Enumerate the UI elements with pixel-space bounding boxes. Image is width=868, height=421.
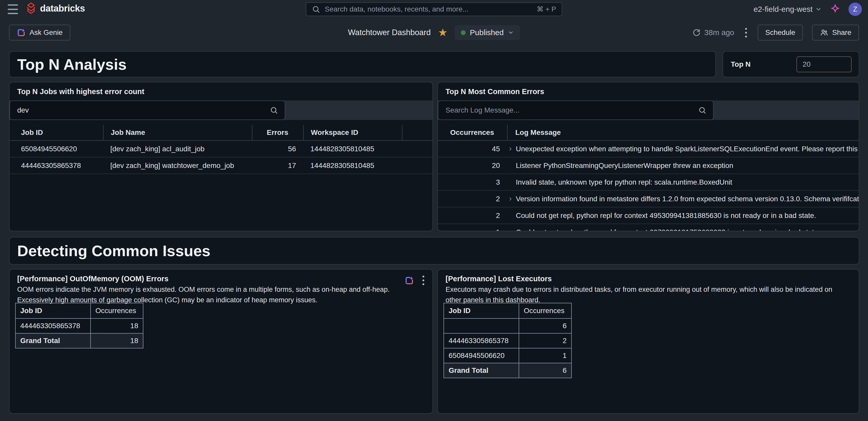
lost-executors-panel: [Performance] Lost Executors Executors m… bbox=[437, 269, 859, 414]
cell-occurrences: 18 bbox=[90, 318, 143, 333]
avatar-initial: Z bbox=[853, 5, 858, 13]
cell-occurrences: 6 bbox=[519, 318, 571, 333]
search-icon bbox=[698, 106, 706, 115]
cell-job-id: 65084945506620 bbox=[9, 145, 103, 153]
favorite-star-icon[interactable]: ★ bbox=[438, 27, 447, 38]
errors-search-input[interactable] bbox=[445, 106, 694, 115]
top-n-jobs-title: Top N Jobs with highest error count bbox=[17, 88, 145, 96]
lost-executors-title: [Performance] Lost Executors bbox=[445, 274, 552, 283]
column-header-job-name: Job Name bbox=[103, 125, 252, 140]
table-row: 1 Could not get repl, python repl for co… bbox=[438, 224, 859, 231]
jobs-search-box[interactable] bbox=[9, 100, 285, 120]
jobs-search-input[interactable] bbox=[17, 106, 266, 115]
kebab-menu-icon[interactable] bbox=[744, 26, 748, 39]
toolbar-center: Watchtower Dashboard ★ Published bbox=[348, 19, 520, 47]
common-issues-heading: Detecting Common Issues bbox=[17, 242, 211, 260]
assistant-sparkle-icon[interactable] bbox=[830, 4, 841, 15]
common-errors-panel: Top N Most Common Errors Occurrences Log… bbox=[437, 82, 859, 231]
expand-chevron-icon[interactable] bbox=[507, 146, 513, 152]
oom-panel-actions bbox=[404, 274, 426, 287]
global-search-input[interactable] bbox=[324, 5, 532, 13]
column-header-job-id: Job ID bbox=[9, 125, 103, 140]
databricks-logo[interactable]: databricks bbox=[25, 2, 85, 15]
hamburger-menu-icon[interactable] bbox=[8, 4, 18, 14]
workspace-name: e2-field-eng-west bbox=[753, 5, 813, 13]
errors-search-strip bbox=[438, 100, 859, 120]
cell-log-message: Could not get repl, python repl for cont… bbox=[507, 212, 859, 220]
errors-search-box[interactable] bbox=[438, 100, 714, 120]
share-people-icon bbox=[820, 28, 829, 37]
databricks-wordmark: databricks bbox=[40, 3, 85, 14]
search-icon bbox=[312, 5, 320, 13]
oom-description: OOM errors indicate the JVM memory is ex… bbox=[17, 284, 390, 305]
share-button[interactable]: Share bbox=[812, 25, 859, 40]
global-search[interactable]: ⌘ + P bbox=[306, 2, 562, 16]
column-header-occurrences: Occurrences bbox=[438, 125, 507, 140]
table-row: 65084945506620 [dev zach_king] acl_audit… bbox=[9, 141, 432, 157]
share-label: Share bbox=[832, 29, 851, 37]
top-n-input[interactable] bbox=[797, 56, 851, 72]
chevron-down-icon bbox=[508, 30, 514, 36]
oom-table: Job ID Occurrences 444463305865378 18 Gr… bbox=[15, 303, 144, 349]
cell-workspace-id: 1444828305810485 bbox=[303, 145, 402, 153]
cell-log-message: Listener PythonStreamingQueryListenerWra… bbox=[507, 162, 859, 170]
expand-chevron-icon[interactable] bbox=[507, 196, 513, 202]
grand-total-label: Grand Total bbox=[16, 333, 90, 348]
jobs-table: Job ID Job Name Errors Workspace ID 6508… bbox=[9, 125, 432, 231]
cell-job-name: [dev zach_king] watchtower_demo_job bbox=[103, 162, 252, 170]
jobs-search-strip bbox=[9, 100, 432, 120]
top-n-label: Top N bbox=[731, 60, 750, 68]
column-header-occurrences: Occurrences bbox=[90, 303, 143, 318]
errors-table: Occurrences Log Message 45 Unexpected ex… bbox=[438, 125, 859, 231]
topbar-right: e2-field-eng-west Z bbox=[753, 0, 862, 19]
cell-occurrences: 2 bbox=[519, 333, 571, 348]
column-header-errors: Errors bbox=[252, 125, 303, 140]
column-header-occurrences: Occurrences bbox=[519, 303, 571, 318]
cell-log-message: Invalid state, unknown type for python r… bbox=[507, 178, 859, 186]
databricks-logo-icon bbox=[25, 2, 37, 15]
cell-job-id: 444463305865378 bbox=[16, 318, 90, 333]
ask-genie-button[interactable]: Ask Genie bbox=[9, 25, 70, 40]
grand-total-label: Grand Total bbox=[444, 363, 519, 378]
cell-job-id bbox=[444, 318, 519, 333]
column-header-job-id: Job ID bbox=[444, 303, 519, 318]
oom-panel-title: [Performance] OutOfMemory (OOM) Errors bbox=[17, 274, 168, 283]
workspace-selector[interactable]: e2-field-eng-west bbox=[753, 5, 822, 13]
cell-occurrences: 1 bbox=[438, 228, 507, 231]
top-n-jobs-panel: Top N Jobs with highest error count Job … bbox=[9, 82, 433, 231]
table-row: 3 Invalid state, unknown type for python… bbox=[438, 174, 859, 191]
published-label: Published bbox=[470, 28, 504, 37]
refresh-icon bbox=[692, 28, 701, 37]
kebab-menu-icon[interactable] bbox=[421, 274, 426, 287]
cell-job-id: 65084945506620 bbox=[444, 348, 519, 363]
cell-log-message: Could not get repl, python repl for cont… bbox=[507, 228, 859, 231]
cell-errors: 17 bbox=[252, 162, 303, 170]
cell-occurrences: 2 bbox=[438, 195, 507, 203]
cell-occurrences: 20 bbox=[438, 162, 507, 170]
cell-occurrences: 3 bbox=[438, 178, 507, 186]
grand-total-value: 6 bbox=[519, 363, 571, 378]
column-header-workspace-id: Workspace ID bbox=[303, 125, 402, 140]
table-row: 45 Unexpected exception when attempting … bbox=[438, 141, 859, 157]
column-header-log-message: Log Message bbox=[507, 125, 859, 140]
publish-status-dropdown[interactable]: Published bbox=[455, 25, 520, 40]
table-row: 444463305865378 [dev zach_king] watchtow… bbox=[9, 157, 432, 174]
column-header-spacer bbox=[402, 125, 432, 140]
cell-occurrences: 1 bbox=[519, 348, 571, 363]
user-avatar[interactable]: Z bbox=[848, 3, 862, 16]
schedule-button[interactable]: Schedule bbox=[758, 25, 803, 40]
table-row: 2 Could not get repl, python repl for co… bbox=[438, 207, 859, 224]
top-n-analysis-heading: Top N Analysis bbox=[17, 55, 127, 73]
lost-executors-description: Executors may crash due to errors in dis… bbox=[445, 284, 832, 305]
genie-icon[interactable] bbox=[404, 276, 414, 285]
cell-workspace-id: 1444828305810485 bbox=[303, 162, 402, 170]
genie-icon bbox=[17, 28, 26, 37]
schedule-label: Schedule bbox=[766, 29, 796, 37]
errors-table-header: Occurrences Log Message bbox=[438, 125, 859, 141]
grand-total-value: 18 bbox=[90, 333, 143, 348]
lost-executors-table: Job ID Occurrences 6 444463305865378 2 6… bbox=[443, 303, 572, 378]
search-icon bbox=[270, 106, 278, 115]
cell-occurrences: 2 bbox=[438, 212, 507, 220]
refresh-status[interactable]: 38m ago bbox=[692, 28, 734, 37]
cell-log-message: Unexpected exception when attempting to … bbox=[507, 145, 859, 153]
